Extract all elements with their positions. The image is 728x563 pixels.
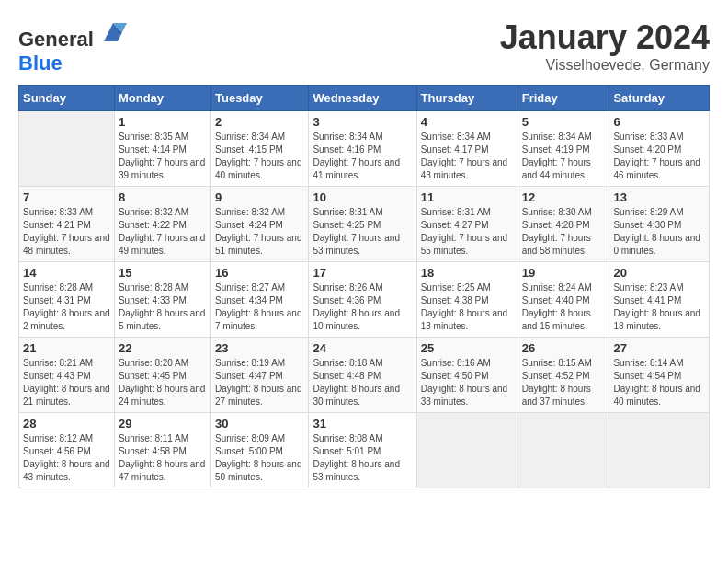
week-row-3: 21Sunrise: 8:21 AMSunset: 4:43 PMDayligh… (19, 338, 710, 413)
calendar-cell: 16Sunrise: 8:27 AMSunset: 4:34 PMDayligh… (210, 262, 308, 338)
day-number: 24 (313, 341, 412, 355)
page-header: General Blue January 2024 Visselhoevede,… (18, 18, 710, 75)
day-number: 14 (23, 266, 110, 280)
day-number: 23 (215, 341, 304, 355)
day-number: 9 (215, 190, 304, 204)
header-sunday: Sunday (19, 86, 115, 111)
calendar-cell: 27Sunrise: 8:14 AMSunset: 4:54 PMDayligh… (609, 338, 710, 413)
day-number: 29 (119, 417, 207, 431)
header-tuesday: Tuesday (210, 86, 308, 111)
calendar-cell: 28Sunrise: 8:12 AMSunset: 4:56 PMDayligh… (19, 413, 115, 488)
day-info: Sunrise: 8:12 AMSunset: 4:56 PMDaylight:… (23, 432, 110, 484)
calendar-cell: 10Sunrise: 8:31 AMSunset: 4:25 PMDayligh… (309, 187, 416, 262)
day-number: 7 (23, 190, 110, 204)
calendar-cell: 6Sunrise: 8:33 AMSunset: 4:20 PMDaylight… (609, 111, 710, 187)
day-info: Sunrise: 8:28 AMSunset: 4:33 PMDaylight:… (119, 282, 207, 333)
title-block: January 2024 Visselhoevede, Germany (500, 18, 710, 74)
day-info: Sunrise: 8:27 AMSunset: 4:34 PMDaylight:… (215, 282, 304, 333)
header-saturday: Saturday (609, 86, 710, 111)
logo-icon (99, 18, 127, 46)
header-friday: Friday (518, 86, 609, 111)
week-row-4: 28Sunrise: 8:12 AMSunset: 4:56 PMDayligh… (19, 413, 710, 488)
day-info: Sunrise: 8:11 AMSunset: 4:58 PMDaylight:… (119, 432, 207, 484)
header-thursday: Thursday (416, 86, 518, 111)
calendar-cell: 8Sunrise: 8:32 AMSunset: 4:22 PMDaylight… (114, 187, 210, 262)
day-info: Sunrise: 8:34 AMSunset: 4:16 PMDaylight:… (313, 131, 412, 182)
calendar-cell: 2Sunrise: 8:34 AMSunset: 4:15 PMDaylight… (210, 111, 308, 187)
location-title: Visselhoevede, Germany (500, 57, 710, 74)
day-number: 30 (215, 417, 304, 431)
day-info: Sunrise: 8:33 AMSunset: 4:21 PMDaylight:… (23, 206, 110, 258)
calendar-cell: 9Sunrise: 8:32 AMSunset: 4:24 PMDaylight… (210, 187, 308, 262)
calendar-cell: 12Sunrise: 8:30 AMSunset: 4:28 PMDayligh… (518, 187, 609, 262)
day-info: Sunrise: 8:26 AMSunset: 4:36 PMDaylight:… (313, 282, 412, 333)
day-info: Sunrise: 8:16 AMSunset: 4:50 PMDaylight:… (421, 357, 514, 408)
day-info: Sunrise: 8:24 AMSunset: 4:40 PMDaylight:… (522, 282, 606, 333)
calendar-cell: 24Sunrise: 8:18 AMSunset: 4:48 PMDayligh… (309, 338, 416, 413)
header-wednesday: Wednesday (309, 86, 416, 111)
day-info: Sunrise: 8:28 AMSunset: 4:31 PMDaylight:… (23, 282, 110, 333)
day-info: Sunrise: 8:34 AMSunset: 4:17 PMDaylight:… (421, 131, 514, 182)
calendar-cell: 4Sunrise: 8:34 AMSunset: 4:17 PMDaylight… (416, 111, 518, 187)
logo: General Blue (18, 18, 127, 75)
calendar-cell (609, 413, 710, 488)
day-number: 8 (119, 190, 207, 204)
week-row-2: 14Sunrise: 8:28 AMSunset: 4:31 PMDayligh… (19, 262, 710, 338)
day-number: 22 (119, 341, 207, 355)
calendar-cell: 23Sunrise: 8:19 AMSunset: 4:47 PMDayligh… (210, 338, 308, 413)
week-row-0: 1Sunrise: 8:35 AMSunset: 4:14 PMDaylight… (19, 111, 710, 187)
day-number: 17 (313, 266, 412, 280)
day-info: Sunrise: 8:15 AMSunset: 4:52 PMDaylight:… (522, 357, 606, 408)
day-info: Sunrise: 8:19 AMSunset: 4:47 PMDaylight:… (215, 357, 304, 408)
day-info: Sunrise: 8:30 AMSunset: 4:28 PMDaylight:… (522, 206, 606, 258)
day-number: 6 (613, 115, 705, 129)
calendar-cell: 11Sunrise: 8:31 AMSunset: 4:27 PMDayligh… (416, 187, 518, 262)
logo-general: General (18, 28, 94, 51)
day-info: Sunrise: 8:21 AMSunset: 4:43 PMDaylight:… (23, 357, 110, 408)
calendar-cell: 3Sunrise: 8:34 AMSunset: 4:16 PMDaylight… (309, 111, 416, 187)
day-info: Sunrise: 8:35 AMSunset: 4:14 PMDaylight:… (119, 131, 207, 182)
day-info: Sunrise: 8:09 AMSunset: 5:00 PMDaylight:… (215, 432, 304, 484)
day-info: Sunrise: 8:31 AMSunset: 4:27 PMDaylight:… (421, 206, 514, 258)
day-info: Sunrise: 8:33 AMSunset: 4:20 PMDaylight:… (613, 131, 705, 182)
calendar-cell: 26Sunrise: 8:15 AMSunset: 4:52 PMDayligh… (518, 338, 609, 413)
calendar-cell: 29Sunrise: 8:11 AMSunset: 4:58 PMDayligh… (114, 413, 210, 488)
day-number: 15 (119, 266, 207, 280)
calendar-cell (416, 413, 518, 488)
month-title: January 2024 (500, 18, 710, 57)
day-info: Sunrise: 8:34 AMSunset: 4:19 PMDaylight:… (522, 131, 606, 182)
day-number: 27 (613, 341, 705, 355)
day-number: 3 (313, 115, 412, 129)
day-number: 20 (613, 266, 705, 280)
day-info: Sunrise: 8:32 AMSunset: 4:22 PMDaylight:… (119, 206, 207, 258)
day-info: Sunrise: 8:14 AMSunset: 4:54 PMDaylight:… (613, 357, 705, 408)
calendar-cell: 14Sunrise: 8:28 AMSunset: 4:31 PMDayligh… (19, 262, 115, 338)
calendar-cell: 7Sunrise: 8:33 AMSunset: 4:21 PMDaylight… (19, 187, 115, 262)
calendar-cell: 21Sunrise: 8:21 AMSunset: 4:43 PMDayligh… (19, 338, 115, 413)
day-number: 11 (421, 190, 514, 204)
calendar-cell: 31Sunrise: 8:08 AMSunset: 5:01 PMDayligh… (309, 413, 416, 488)
day-info: Sunrise: 8:20 AMSunset: 4:45 PMDaylight:… (119, 357, 207, 408)
calendar-cell: 30Sunrise: 8:09 AMSunset: 5:00 PMDayligh… (210, 413, 308, 488)
day-info: Sunrise: 8:32 AMSunset: 4:24 PMDaylight:… (215, 206, 304, 258)
day-number: 12 (522, 190, 606, 204)
calendar-cell (518, 413, 609, 488)
day-info: Sunrise: 8:25 AMSunset: 4:38 PMDaylight:… (421, 282, 514, 333)
day-info: Sunrise: 8:31 AMSunset: 4:25 PMDaylight:… (313, 206, 412, 258)
day-info: Sunrise: 8:18 AMSunset: 4:48 PMDaylight:… (313, 357, 412, 408)
day-number: 31 (313, 417, 412, 431)
calendar-cell: 22Sunrise: 8:20 AMSunset: 4:45 PMDayligh… (114, 338, 210, 413)
calendar-table: SundayMondayTuesdayWednesdayThursdayFrid… (18, 85, 710, 488)
calendar-cell: 17Sunrise: 8:26 AMSunset: 4:36 PMDayligh… (309, 262, 416, 338)
calendar-cell: 25Sunrise: 8:16 AMSunset: 4:50 PMDayligh… (416, 338, 518, 413)
calendar-cell: 20Sunrise: 8:23 AMSunset: 4:41 PMDayligh… (609, 262, 710, 338)
calendar-cell: 13Sunrise: 8:29 AMSunset: 4:30 PMDayligh… (609, 187, 710, 262)
day-number: 26 (522, 341, 606, 355)
day-info: Sunrise: 8:34 AMSunset: 4:15 PMDaylight:… (215, 131, 304, 182)
calendar-header-row: SundayMondayTuesdayWednesdayThursdayFrid… (19, 86, 710, 111)
header-monday: Monday (114, 86, 210, 111)
day-number: 5 (522, 115, 606, 129)
day-number: 16 (215, 266, 304, 280)
day-info: Sunrise: 8:08 AMSunset: 5:01 PMDaylight:… (313, 432, 412, 484)
day-number: 1 (119, 115, 207, 129)
